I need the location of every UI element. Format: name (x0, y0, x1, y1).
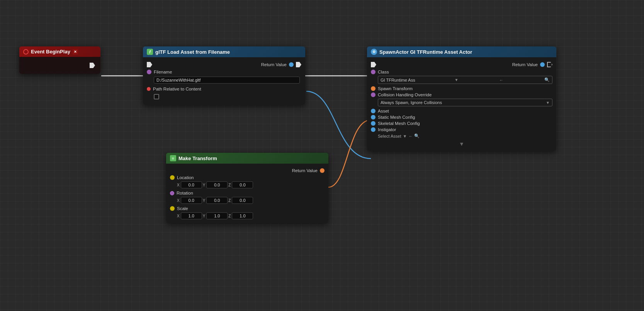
scale-x-label: X (177, 214, 180, 218)
rotation-z-label: Z (228, 198, 231, 203)
rotation-xyz: X 0.0 Y 0.0 Z 0.0 (170, 197, 325, 204)
static-mesh-row: Static Mesh Config (371, 115, 552, 120)
class-search-icon[interactable]: 🔍 (544, 77, 550, 82)
skeletal-mesh-pin[interactable] (371, 121, 376, 126)
select-asset-text: Select Asset (378, 134, 401, 138)
collision-pin[interactable] (371, 92, 376, 97)
static-mesh-pin[interactable] (371, 115, 376, 120)
exec-output-pin[interactable] (547, 62, 552, 67)
select-asset-arrow[interactable]: ▼ (403, 134, 407, 138)
rotation-label: Rotation (177, 191, 193, 195)
exec-input-pin[interactable] (147, 62, 152, 67)
location-x-label: X (177, 183, 180, 187)
filename-input-pin[interactable] (147, 70, 151, 74)
collision-label: Collision Handling Override (378, 92, 432, 97)
class-arrow-icon[interactable]: ← (499, 78, 503, 82)
filename-input[interactable] (154, 77, 300, 84)
rotation-x-input[interactable]: 0.0 (181, 197, 202, 204)
class-dropdown-arrow: ▼ (454, 78, 458, 82)
location-row: Location (170, 175, 325, 180)
location-z-input[interactable]: 0.0 (232, 181, 253, 188)
scale-z-input[interactable]: 1.0 (232, 212, 253, 219)
class-dropdown[interactable]: GI TFRuntime Ass ▼ ← 🔍 (378, 76, 552, 84)
close-button[interactable]: ✕ (73, 49, 78, 55)
location-z-label: Z (228, 183, 231, 187)
scale-x-input[interactable]: 1.0 (181, 212, 202, 219)
select-asset-row: Select Asset ▼ ← 🔍 (378, 133, 552, 138)
rotation-z-input[interactable]: 0.0 (232, 197, 253, 204)
spawn-actor-node[interactable]: ⚙ SpawnActor GI TFRuntime Asset Actor Re… (367, 46, 556, 151)
event-begin-play-node[interactable]: Event BeginPlay ✕ (19, 46, 100, 74)
location-y-label: Y (203, 183, 206, 187)
gltf-load-title: glTF Load Asset from Filename (155, 49, 230, 55)
path-relative-checkbox-wrapper (147, 93, 301, 101)
path-relative-label: Path Relative to Content (153, 87, 201, 91)
scale-xyz: X 1.0 Y 1.0 Z 1.0 (170, 212, 325, 219)
select-asset-search[interactable]: 🔍 (414, 133, 420, 138)
return-value-label: Return Value (261, 62, 287, 67)
select-asset-back-arrow[interactable]: ← (408, 134, 413, 138)
event-begin-play-header: Event BeginPlay ✕ (19, 46, 100, 57)
spawn-transform-label: Spawn Transform (378, 86, 413, 91)
spawn-actor-icon: ⚙ (371, 49, 377, 55)
spawn-actor-body: Return Value Class GI TFRuntime Ass ▼ ← … (367, 57, 556, 151)
return-value-pin[interactable] (320, 168, 325, 173)
filename-input-wrapper (147, 76, 301, 84)
rotation-pin[interactable] (170, 191, 174, 195)
asset-pin[interactable] (371, 109, 376, 113)
return-value-pin[interactable] (540, 62, 545, 67)
class-dropdown-wrapper: GI TFRuntime Ass ▼ ← 🔍 (371, 76, 552, 84)
make-transform-node[interactable]: ≡ Make Transform Return Value Location X… (166, 153, 328, 223)
return-value-label: Return Value (512, 62, 538, 67)
scale-pin[interactable] (170, 206, 175, 211)
class-value: GI TFRuntime Ass (381, 78, 415, 82)
function-icon: f (147, 49, 153, 55)
gltf-load-header: f glTF Load Asset from Filename (143, 46, 305, 57)
location-xyz: X 0.0 Y 0.0 Z 0.0 (170, 181, 325, 188)
path-relative-pin[interactable] (147, 87, 151, 91)
exec-input-pin[interactable] (371, 62, 376, 67)
scale-y-input[interactable]: 1.0 (206, 212, 228, 219)
location-y-input[interactable]: 0.0 (206, 181, 228, 188)
exec-output-pin[interactable] (296, 62, 301, 67)
location-pin[interactable] (170, 175, 175, 180)
instigator-label: Instigator (378, 127, 396, 132)
scale-label: Scale (177, 206, 188, 211)
spawn-transform-row: Spawn Transform (371, 86, 552, 91)
filename-row: Filename (147, 70, 301, 74)
static-mesh-label: Static Mesh Config (378, 115, 415, 120)
exec-row: Return Value (371, 62, 552, 67)
asset-label: Asset (378, 109, 389, 113)
make-transform-title: Make Transform (178, 156, 217, 161)
location-label: Location (177, 175, 194, 180)
make-transform-body: Return Value Location X 0.0 Y 0.0 Z 0.0 … (166, 164, 328, 223)
skeletal-mesh-label: Skeletal Mesh Config (378, 121, 420, 126)
asset-row: Asset (371, 109, 552, 113)
collision-dropdown-wrapper: Always Spawn, Ignore Collisions ▼ (371, 99, 552, 106)
exec-row: Return Value (147, 62, 301, 67)
instigator-select-wrapper: Select Asset ▼ ← 🔍 (371, 133, 552, 138)
spawn-transform-pin[interactable] (371, 86, 376, 91)
rotation-y-label: Y (203, 198, 206, 203)
instigator-pin[interactable] (371, 127, 376, 132)
instigator-row: Instigator (371, 127, 552, 132)
class-input-pin[interactable] (371, 70, 376, 74)
scale-y-label: Y (203, 214, 206, 218)
gltf-load-node[interactable]: f glTF Load Asset from Filename Return V… (143, 46, 305, 105)
exec-output-pin[interactable] (90, 63, 95, 68)
class-row: Class (371, 70, 552, 74)
event-begin-play-title: Event BeginPlay (31, 49, 70, 55)
event-begin-play-body (19, 57, 100, 74)
path-relative-row: Path Relative to Content (147, 87, 301, 91)
path-relative-checkbox[interactable] (154, 94, 159, 99)
exec-row: Return Value (170, 168, 325, 173)
rotation-y-input[interactable]: 0.0 (206, 197, 228, 204)
make-transform-header: ≡ Make Transform (166, 153, 328, 164)
location-x-input[interactable]: 0.0 (181, 181, 202, 188)
return-value-pin[interactable] (289, 62, 294, 67)
expand-chevron[interactable]: ▼ (371, 138, 552, 147)
gltf-load-body: Return Value Filename Path Relative to C… (143, 57, 305, 105)
return-value-label: Return Value (292, 168, 318, 173)
collision-dropdown[interactable]: Always Spawn, Ignore Collisions ▼ (378, 99, 552, 106)
skeletal-mesh-row: Skeletal Mesh Config (371, 121, 552, 126)
